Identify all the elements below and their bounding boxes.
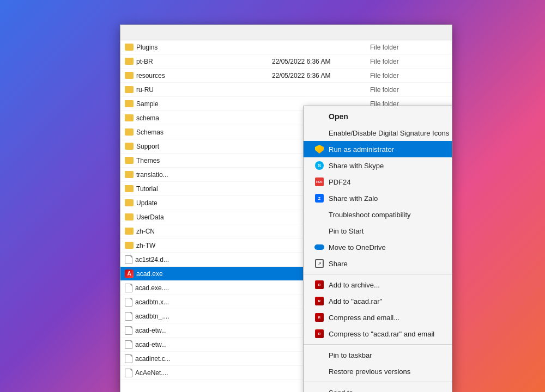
ctx-label: Share with Zalo — [329, 194, 378, 203]
context-menu-item-restore-versions[interactable]: Restore previous versions — [304, 363, 452, 379]
ctx-icon: R — [314, 296, 324, 306]
folder-icon — [125, 143, 134, 150]
pdf-icon: PDF — [315, 177, 324, 186]
file-name: translatio... — [120, 171, 268, 179]
context-menu-item-digital-sig[interactable]: Enable/Disable Digital Signature Icons — [304, 125, 452, 141]
file-date: 22/05/2022 6:36 AM — [268, 58, 366, 65]
file-name: Themes — [120, 157, 268, 164]
ctx-label: Share — [329, 260, 348, 268]
context-menu-item-share-skype[interactable]: SShare with Skype — [304, 157, 452, 174]
ctx-icon: ↗ — [314, 259, 324, 268]
table-row[interactable]: ru-RU File folder — [120, 83, 452, 97]
file-name: acadinet.c... — [120, 354, 268, 363]
file-name: Tutorial — [120, 185, 268, 193]
file-type: File folder — [366, 44, 452, 51]
context-menu-item-pin-start[interactable]: Pin to Start — [304, 223, 452, 239]
context-menu-divider — [304, 382, 452, 382]
context-menu-divider — [304, 274, 452, 274]
file-name: Sample — [120, 100, 268, 108]
context-menu-item-share-zalo[interactable]: ZShare with Zalo — [304, 190, 452, 206]
onedrive-icon — [314, 244, 324, 250]
rar-icon: R — [315, 329, 324, 338]
file-name: zh-TW — [120, 242, 268, 249]
ctx-icon: R — [314, 280, 324, 290]
file-type: File folder — [366, 58, 452, 65]
rar-icon: R — [315, 313, 324, 322]
skype-icon: S — [315, 161, 324, 170]
zalo-icon: Z — [315, 194, 324, 203]
ctx-label: Restore previous versions — [329, 367, 410, 376]
file-name: ac1st24.d... — [120, 255, 268, 264]
context-menu-item-compress-rar-email[interactable]: RCompress to "acad.rar" and email — [304, 326, 452, 342]
file-icon — [125, 326, 132, 335]
folder-icon — [125, 44, 134, 51]
file-icon — [125, 298, 132, 307]
context-menu-item-add-archive[interactable]: RAdd to archive... — [304, 277, 452, 293]
file-name: Plugins — [120, 44, 268, 51]
file-icon — [125, 340, 132, 349]
file-name: acad.exe.... — [120, 284, 268, 292]
file-name: acadbtn_.... — [120, 312, 268, 321]
exe-icon: A — [125, 270, 134, 278]
ctx-label: Troubleshoot compatibility — [329, 211, 411, 219]
ctx-icon: R — [314, 313, 324, 322]
rar-icon: R — [315, 280, 324, 289]
folder-icon — [125, 128, 134, 136]
context-menu-item-troubleshoot[interactable]: Troubleshoot compatibility — [304, 206, 452, 223]
col-type — [366, 27, 452, 38]
context-menu: OpenEnable/Disable Digital Signature Ico… — [303, 106, 452, 392]
ctx-label: Open — [329, 112, 348, 121]
folder-icon — [125, 86, 134, 93]
ctx-icon — [314, 144, 324, 154]
context-menu-item-send-to[interactable]: Send to› — [304, 384, 452, 392]
file-icon — [125, 354, 132, 363]
ctx-icon — [314, 226, 324, 236]
ctx-icon: Z — [314, 193, 324, 203]
ctx-label: Compress to "acad.rar" and email — [329, 330, 434, 338]
ctx-icon — [314, 210, 324, 219]
file-name: Aacad.exe — [120, 270, 268, 278]
folder-icon — [125, 114, 134, 121]
ctx-icon — [314, 128, 324, 138]
ctx-icon — [314, 350, 324, 360]
ctx-label: Add to archive... — [329, 281, 380, 289]
shield-icon — [315, 145, 324, 154]
ctx-label: PDF24 — [329, 178, 350, 186]
share-icon: ↗ — [315, 259, 324, 268]
context-menu-item-share[interactable]: ↗Share — [304, 255, 452, 272]
file-icon — [125, 255, 132, 264]
file-name: resources — [120, 72, 268, 79]
file-type: File folder — [366, 72, 452, 79]
table-row[interactable]: resources 22/05/2022 6:36 AM File folder — [120, 69, 452, 83]
context-menu-item-add-rar[interactable]: RAdd to "acad.rar" — [304, 293, 452, 309]
context-menu-item-open[interactable]: Open — [304, 108, 452, 125]
folder-icon — [125, 72, 134, 79]
ctx-icon — [314, 242, 324, 252]
ctx-label: Pin to taskbar — [329, 351, 372, 359]
context-menu-item-run-admin[interactable]: Run as administrator — [304, 141, 452, 157]
ctx-label: Pin to Start — [329, 227, 364, 235]
file-date: 22/05/2022 6:36 AM — [268, 72, 366, 79]
file-name: acadbtn.x... — [120, 298, 268, 307]
explorer-window: Plugins File folder pt-BR 22/05/2022 6:3… — [120, 24, 452, 392]
file-name: Update — [120, 199, 268, 207]
file-icon — [125, 369, 132, 377]
file-name: Support — [120, 143, 268, 150]
file-name: AcAeNet.... — [120, 369, 268, 377]
table-row[interactable]: pt-BR 22/05/2022 6:36 AM File folder — [120, 54, 452, 69]
ctx-icon — [314, 366, 324, 376]
context-menu-item-move-onedrive[interactable]: Move to OneDrive — [304, 239, 452, 255]
file-name: schema — [120, 114, 268, 122]
file-name: zh-CN — [120, 228, 268, 235]
ctx-label: Add to "acad.rar" — [329, 297, 382, 305]
folder-icon — [125, 58, 134, 65]
ctx-icon — [314, 112, 324, 121]
ctx-label: Compress and email... — [329, 314, 399, 322]
file-type: File folder — [366, 86, 452, 94]
context-menu-item-pdf24[interactable]: PDFPDF24 — [304, 174, 452, 190]
context-menu-item-compress-email[interactable]: RCompress and email... — [304, 309, 452, 326]
col-name — [120, 27, 268, 38]
context-menu-item-pin-taskbar[interactable]: Pin to taskbar — [304, 347, 452, 363]
table-row[interactable]: Plugins File folder — [120, 40, 452, 54]
folder-icon — [125, 228, 134, 235]
